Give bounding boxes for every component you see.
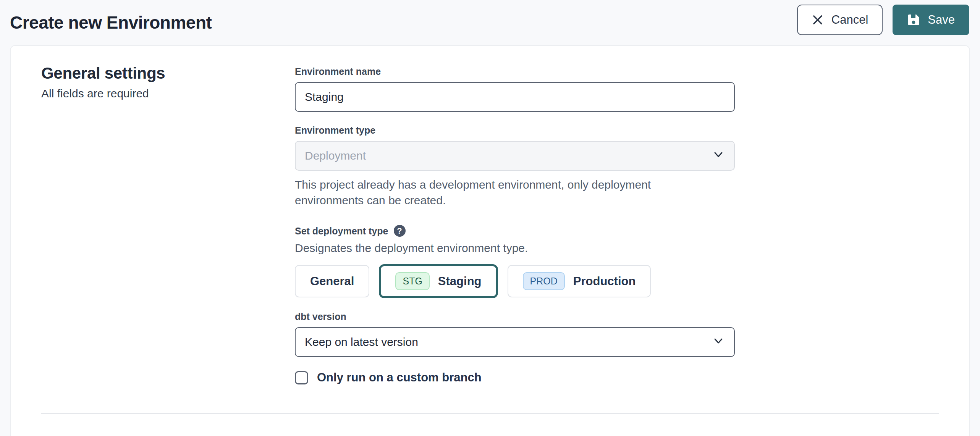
help-icon[interactable]: ?: [394, 225, 406, 237]
deployment-type-label: Set deployment type: [295, 225, 388, 237]
custom-branch-label: Only run on a custom branch: [317, 371, 482, 384]
cancel-button-label: Cancel: [831, 13, 868, 27]
save-button[interactable]: Save: [893, 5, 969, 35]
deployment-option-production-label: Production: [573, 275, 636, 288]
deployment-option-general-label: General: [310, 275, 354, 288]
custom-branch-row[interactable]: Only run on a custom branch: [295, 371, 735, 384]
section-subtitle: All fields are required: [41, 87, 295, 100]
environment-name-input[interactable]: [295, 82, 735, 112]
deployment-option-staging[interactable]: STG Staging: [379, 264, 498, 298]
environment-type-select[interactable]: Deployment: [295, 141, 735, 171]
settings-form: Environment name Environment type Deploy…: [295, 63, 735, 384]
environment-type-helper: This project already has a development e…: [295, 177, 723, 208]
deployment-option-general[interactable]: General: [295, 265, 369, 297]
section-intro: General settings All fields are required: [41, 63, 295, 384]
settings-card: General settings All fields are required…: [10, 45, 970, 436]
header-actions: Cancel Save: [797, 5, 969, 35]
cancel-button[interactable]: Cancel: [797, 5, 883, 35]
deployment-option-production[interactable]: PROD Production: [508, 265, 651, 297]
dbt-version-value: Keep on latest version: [305, 336, 418, 349]
custom-branch-checkbox[interactable]: [295, 371, 308, 384]
close-icon: [812, 14, 824, 26]
production-badge: PROD: [523, 272, 565, 290]
chevron-down-icon: [713, 335, 724, 349]
help-icon-glyph: ?: [397, 226, 402, 236]
deployment-option-staging-label: Staging: [438, 275, 482, 288]
dbt-version-label: dbt version: [295, 311, 735, 322]
environment-type-value: Deployment: [305, 149, 366, 162]
staging-badge: STG: [395, 272, 429, 290]
deployment-type-options: General STG Staging PROD Production: [295, 264, 735, 298]
section-divider: [41, 413, 939, 414]
page-title: Create new Environment: [10, 12, 212, 33]
save-disk-icon: [907, 13, 920, 26]
section-title: General settings: [41, 64, 295, 82]
deployment-type-description: Designates the deployment environment ty…: [295, 242, 735, 255]
environment-name-label: Environment name: [295, 66, 735, 77]
chevron-down-icon: [713, 149, 724, 163]
environment-type-label: Environment type: [295, 124, 735, 136]
dbt-version-select[interactable]: Keep on latest version: [295, 327, 735, 357]
page-header: Create new Environment Cancel Save: [0, 0, 980, 45]
save-button-label: Save: [928, 13, 955, 27]
